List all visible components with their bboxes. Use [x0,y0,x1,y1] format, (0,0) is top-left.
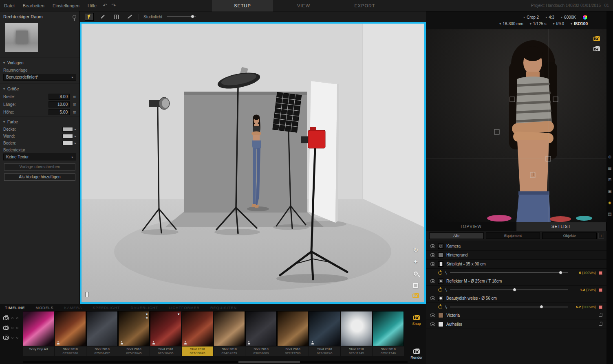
menu-bearbeiten[interactable]: Bearbeiten [19,3,49,8]
color-wheel-icon[interactable] [582,15,588,20]
color-tag[interactable] [599,305,602,309]
thumbnail-image[interactable] [373,311,404,346]
whitebalance-select[interactable]: ▾6000K [561,15,576,20]
power-toggle-icon[interactable] [438,305,442,309]
timeline-thumbnail[interactable]: Shot 2018034/14979 [214,311,245,356]
tab-setup[interactable]: SETUP [212,0,273,11]
eye-icon[interactable] [430,253,435,257]
camera-preview[interactable] [426,29,606,222]
thumbnail-image[interactable] [23,311,54,346]
camera-view-icon[interactable] [412,294,419,298]
beautydish-power-slider[interactable] [450,307,568,307]
room-preview-thumbnail[interactable] [5,23,38,52]
track-toggle-dot[interactable] [16,317,18,319]
tab-lichtformer[interactable]: LICHTFORMER [169,306,200,310]
tab-view[interactable]: VIEW [273,0,334,11]
tab-speedlight[interactable]: SPEEDLIGHT [93,306,120,310]
decke-color-swatch[interactable] [62,127,73,132]
section-vorlagen[interactable]: ▾ Vorlagen [0,57,79,67]
tab-models[interactable]: MODELS [36,306,54,310]
timeline-track-1[interactable] [3,316,22,320]
gray-backdrop[interactable] [165,92,324,227]
power-toggle-icon[interactable] [438,271,442,275]
line-tool-button[interactable] [125,13,134,21]
timeline-thumbnail[interactable]: Shot 2018025/01457 [86,311,118,356]
track-toggle-dot[interactable] [11,317,13,319]
tab-setlist[interactable]: SETLIST [516,222,607,231]
tab-kamera[interactable]: KAMERA [64,306,82,310]
thumbnail-image[interactable]: ★★ [118,311,150,346]
scrollbar-thumb[interactable] [238,361,300,363]
timeline-track-3[interactable] [3,336,22,340]
measure-icon[interactable]: ▤ [608,212,611,216]
expand-view-icon[interactable]: ⊞ [608,178,611,182]
timeline-thumbnail[interactable]: Sexy Pop Art [23,311,54,356]
section-farbe[interactable]: ▾ Farbe [0,116,79,126]
studio-3d-viewport[interactable]: ↻ + [80,22,426,304]
grid-tool-button[interactable] [112,13,121,21]
setlist-item-victoria[interactable]: Victoria [426,311,606,320]
rating-stars[interactable]: ★ [177,312,180,316]
timeline-thumbnail[interactable]: Shot 2018038/01089 [245,311,277,356]
timeline-thumbnail[interactable]: Shot 2018023/02380 [55,311,86,356]
aspect-select[interactable]: ▾4:3 [545,15,554,20]
raumvorlage-dropdown[interactable]: Benutzerdefiniert* ▸ [3,74,76,81]
orbit-icon[interactable]: ↻ [412,246,419,254]
zoom-tool-icon[interactable]: ⊕ [608,155,611,159]
menu-datei[interactable]: Datei [0,3,19,8]
snap-button[interactable]: Snap [412,316,421,326]
thumbnail-image[interactable] [214,311,245,346]
overwrite-template-button[interactable]: Vorlage überschreiben [4,163,75,171]
eye-icon[interactable] [430,262,435,266]
filter-objekte[interactable]: Objekte [542,232,597,239]
slider-knob[interactable] [191,15,194,18]
thumbnail-image[interactable] [86,311,118,346]
undo-icon[interactable]: ↶ [101,2,109,9]
eye-icon[interactable] [430,296,435,300]
focus-area-icon[interactable]: ▣ [608,189,611,193]
thumbnail-image[interactable] [245,311,277,346]
timeline-thumbnail[interactable]: Shot 2018922/13789 [277,311,309,356]
tab-dauerlicht[interactable]: DAUERLICHT [131,306,159,310]
render-button[interactable]: Render [410,349,423,360]
slider-knob[interactable] [559,271,562,274]
thumbnail-image[interactable] [341,311,372,346]
thumbnail-image[interactable]: ★ [150,311,181,346]
studiolicht-slider[interactable] [167,16,196,17]
tab-requisiten[interactable]: REQUISITEN [210,306,237,310]
aperture-select[interactable]: ▾f/9.0 [553,22,564,26]
iso-select[interactable]: ▾ISO100 [571,22,588,26]
setlist-item-reflektor[interactable]: Reflektor M - Ø 25cm / T 18cm [426,277,606,286]
draw-tool-button[interactable] [98,13,107,21]
track-toggle-dot[interactable] [16,337,18,339]
timeline-thumbnail-selected[interactable]: Shot 2018027/13845 [182,311,213,356]
rating-stars[interactable]: ★★ [146,312,148,320]
slider-knob[interactable] [513,288,516,292]
timeline-thumbnail[interactable]: Shot 2018025/11746 [373,311,404,356]
redo-icon[interactable]: ↷ [109,2,118,9]
crop-frame-icon[interactable]: ◈ [608,200,611,205]
setlist-item-striplight[interactable]: Striplight - 35 x 90 cm [426,260,606,269]
menu-einstellungen[interactable]: Einstellungen [49,3,84,8]
eye-icon[interactable] [430,244,435,248]
reflektor-power-slider[interactable] [450,289,568,290]
timeline-thumbnail[interactable]: ★ Shot 2018026/18436 [150,311,181,356]
track-toggle-dot[interactable] [16,327,18,329]
lens-select[interactable]: ▾18-300 mm [499,22,523,26]
slider-knob[interactable] [540,305,543,309]
color-tag[interactable] [599,271,602,275]
thumbnail-image[interactable] [182,311,213,346]
crop-select[interactable]: ▾Crop 2 [523,15,539,20]
lock-icon[interactable] [599,323,602,326]
timeline-thumbnail[interactable]: Shot 2018025/11745 [341,311,372,356]
camera-icon[interactable] [593,47,600,51]
setlist-item-beautydish[interactable]: Beautydish weiss - Ø 56 cm [426,294,606,303]
striplight-power-slider[interactable] [450,272,568,273]
add-camera-icon[interactable] [593,37,600,41]
setlist-item-aufheller[interactable]: Aufheller [426,320,606,329]
setlist-item-hintergrund[interactable]: Hintergrund [426,251,606,260]
track-toggle-dot[interactable] [11,337,13,339]
pan-icon[interactable]: + [412,258,419,265]
studio-scene[interactable] [82,24,424,302]
eye-icon[interactable] [430,314,435,317]
